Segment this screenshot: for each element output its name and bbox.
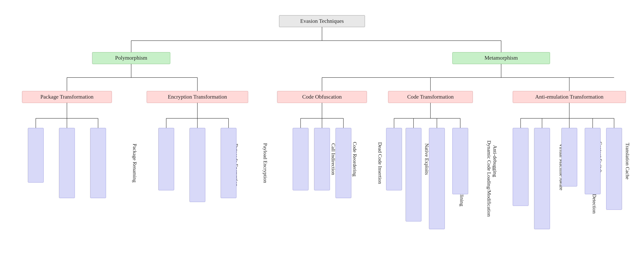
node-payload-encryption: Payload Encryption [221, 128, 268, 198]
svg-text:Code Obfuscation: Code Obfuscation [302, 94, 342, 100]
svg-rect-89 [585, 128, 600, 194]
svg-rect-60 [336, 128, 351, 198]
svg-rect-91 [606, 128, 622, 210]
svg-text:Translation Cache: Translation Cache [625, 143, 630, 179]
node-anti-emulation-transformation: Anti-emulation Transformation [513, 91, 626, 103]
tree-container: Evasion Techniques Polymorphism Metamorp… [6, 0, 638, 280]
node-code-transformation: Code Transformation [388, 91, 473, 103]
svg-rect-34 [28, 128, 44, 183]
svg-rect-68 [386, 128, 402, 190]
node-evasion-techniques: Evasion Techniques [279, 15, 365, 27]
svg-rect-45 [158, 128, 174, 190]
svg-text:Code Transformation: Code Transformation [407, 94, 454, 100]
svg-text:Package Renaming: Package Renaming [132, 144, 138, 183]
svg-text:Payload Encryption: Payload Encryption [262, 143, 268, 183]
node-package-transformation: Package Transformation [22, 91, 112, 103]
svg-text:Code Reordering: Code Reordering [352, 142, 358, 176]
svg-text:Call Indirection: Call Indirection [330, 143, 336, 175]
svg-text:Metamorphism: Metamorphism [484, 55, 518, 61]
svg-rect-38 [90, 128, 106, 198]
node-encryption-transformation: Encryption Transformation [147, 91, 248, 103]
node-package-renaming: Package Renaming [90, 128, 138, 198]
svg-rect-83 [513, 128, 528, 206]
svg-rect-58 [314, 128, 330, 190]
svg-text:Package Transformation: Package Transformation [40, 94, 94, 100]
svg-rect-36 [59, 128, 75, 198]
svg-rect-74 [452, 128, 468, 194]
svg-text:Evasion Techniques: Evasion Techniques [300, 18, 344, 24]
node-polymorphism: Polymorphism [92, 52, 170, 64]
tree-diagram: Evasion Techniques Polymorphism Metamorp… [10, 8, 634, 274]
svg-rect-70 [406, 128, 422, 221]
node-code-obfuscation: Code Obfuscation [277, 91, 367, 103]
svg-rect-49 [221, 128, 236, 198]
svg-rect-85 [534, 128, 550, 229]
svg-text:Anti-debugging: Anti-debugging [492, 145, 498, 177]
svg-rect-72 [429, 128, 445, 229]
svg-text:Native Exploits: Native Exploits [424, 143, 430, 175]
svg-rect-87 [562, 128, 577, 186]
svg-text:Dynamic Code Loading/Modificat: Dynamic Code Loading/Modification [486, 140, 492, 217]
node-metamorphism: Metamorphism [452, 52, 550, 64]
svg-text:Dead Code Insertion: Dead Code Insertion [377, 142, 383, 184]
svg-text:Polymorphism: Polymorphism [115, 55, 147, 61]
svg-text:Encryption Transformation: Encryption Transformation [168, 94, 227, 100]
svg-text:Anti-emulation Transformation: Anti-emulation Transformation [535, 94, 604, 100]
svg-rect-56 [293, 128, 308, 190]
node-dead-code-insertion: Dead Code Insertion [336, 128, 383, 198]
svg-rect-47 [190, 128, 205, 202]
